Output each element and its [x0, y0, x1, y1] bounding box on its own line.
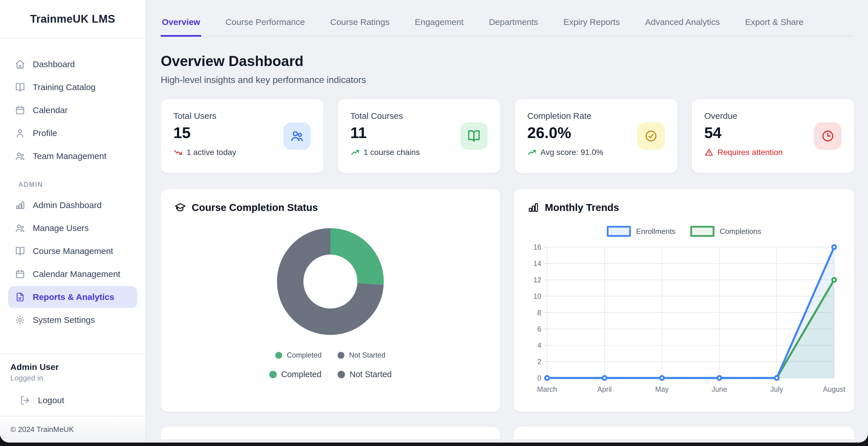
stat-label: Overdue — [704, 111, 842, 121]
donut-legend-secondary: Completed Not Started — [175, 370, 486, 379]
alert-triangle-icon — [704, 148, 714, 157]
trends-plot: 0246810121416MarchAprilMayJuneJulyAugust — [528, 242, 842, 395]
completions-swatch — [690, 226, 714, 237]
logout-icon — [20, 395, 30, 406]
clock-icon — [821, 129, 835, 143]
stat-icon-tile — [460, 122, 488, 150]
svg-text:May: May — [655, 385, 669, 393]
sidebar-item-calendar-management[interactable]: Calendar Management — [8, 263, 137, 285]
tab-expiry-reports[interactable]: Expiry Reports — [562, 11, 621, 36]
legend-label: Enrollments — [636, 227, 675, 236]
logout-button[interactable]: Logout — [0, 386, 145, 416]
legend-label: Completed — [281, 370, 321, 379]
sidebar-item-label: Dashboard — [33, 59, 75, 69]
stat-trend-text: 1 course chains — [364, 148, 420, 157]
sidebar: TrainmeUK LMS Dashboard Training Catalog… — [0, 0, 146, 443]
tab-export-share[interactable]: Export & Share — [744, 11, 805, 36]
trending-up-icon — [527, 148, 536, 157]
donut-legend: Completed Not Started — [175, 351, 486, 359]
stat-icon-tile — [637, 122, 665, 150]
stat-card-completion-rate: Completion Rate 26.0% Avg score: 91.0% — [515, 99, 677, 173]
screen-edge — [0, 443, 868, 446]
sidebar-item-profile[interactable]: Profile — [8, 122, 137, 144]
tab-bar: Overview Course Performance Course Ratin… — [161, 0, 854, 37]
stat-icon-tile — [814, 122, 842, 150]
sidebar-item-dashboard[interactable]: Dashboard — [8, 53, 137, 75]
sidebar-item-admin-dashboard[interactable]: Admin Dashboard — [8, 194, 137, 216]
stat-card-overdue: Overdue 54 Requires attention — [692, 99, 855, 173]
stat-label: Total Courses — [350, 111, 488, 121]
bar-chart-icon — [528, 202, 539, 213]
chart-title-row: Course Completion Status — [175, 202, 486, 213]
svg-text:10: 10 — [533, 292, 541, 300]
legend-item-completed[interactable]: Completed — [275, 351, 321, 359]
graduation-cap-icon — [175, 202, 186, 213]
trending-up-icon — [350, 148, 360, 157]
screen: TrainmeUK LMS Dashboard Training Catalog… — [0, 0, 868, 446]
stat-trend-text: 1 active today — [187, 148, 236, 157]
legend-label: Not Started — [350, 370, 392, 379]
chart-title-row: Monthly Trends — [528, 202, 840, 213]
chart-title: Course Completion Status — [192, 202, 318, 213]
logout-label: Logout — [38, 395, 64, 405]
legend-label: Completions — [720, 227, 761, 236]
calendar-icon — [15, 269, 25, 279]
tab-engagement[interactable]: Engagement — [414, 11, 465, 36]
tab-overview[interactable]: Overview — [161, 11, 201, 37]
home-icon — [15, 59, 25, 69]
sidebar-item-training-catalog[interactable]: Training Catalog — [8, 76, 137, 98]
stat-trend-text: Requires attention — [718, 148, 783, 157]
check-circle-icon — [644, 129, 658, 143]
sidebar-item-manage-users[interactable]: Manage Users — [8, 217, 137, 239]
stat-card-total-courses: Total Courses 11 1 course chains — [338, 99, 501, 173]
sidebar-item-label: Manage Users — [33, 223, 89, 233]
legend-label: Completed — [287, 351, 321, 359]
legend-item-not-started[interactable]: Not Started — [338, 351, 385, 359]
sidebar-item-label: Calendar Management — [33, 269, 120, 279]
sidebar-item-calendar[interactable]: Calendar — [8, 99, 137, 121]
svg-text:16: 16 — [533, 243, 541, 251]
sidebar-item-team-management[interactable]: Team Management — [8, 145, 137, 167]
svg-text:14: 14 — [533, 259, 541, 267]
sidebar-item-label: Admin Dashboard — [33, 200, 102, 210]
svg-text:6: 6 — [537, 325, 541, 333]
trending-down-icon — [174, 148, 183, 157]
sidebar-item-reports-analytics[interactable]: Reports & Analytics — [8, 286, 137, 308]
users-icon — [15, 151, 25, 161]
stats-row: Total Users 15 1 active today Total Cour… — [161, 99, 854, 173]
app-window: TrainmeUK LMS Dashboard Training Catalog… — [0, 0, 868, 443]
app-title: TrainmeUK LMS — [30, 13, 115, 25]
svg-text:4: 4 — [537, 341, 541, 349]
tab-course-performance[interactable]: Course Performance — [224, 11, 306, 36]
legend-item-enrollments[interactable]: Enrollments — [607, 226, 675, 237]
legend-item-completions[interactable]: Completions — [690, 226, 761, 237]
users-icon — [15, 223, 25, 233]
svg-text:12: 12 — [533, 276, 541, 284]
users-icon — [290, 129, 304, 143]
legend-item-not-started: Not Started — [338, 370, 392, 379]
not-started-swatch — [338, 371, 345, 378]
sidebar-item-label: Course Management — [33, 246, 113, 256]
sidebar-item-label: Team Management — [33, 151, 106, 161]
main-content: Overview Course Performance Course Ratin… — [146, 0, 868, 443]
book-open-icon — [15, 82, 25, 92]
tab-departments[interactable]: Departments — [488, 11, 539, 36]
sidebar-item-system-settings[interactable]: System Settings — [8, 309, 137, 331]
sidebar-item-label: Profile — [33, 128, 57, 138]
svg-text:April: April — [597, 385, 612, 393]
enrollments-swatch — [607, 226, 631, 237]
svg-text:2: 2 — [537, 358, 541, 365]
calendar-icon — [15, 105, 25, 116]
sidebar-item-course-management[interactable]: Course Management — [8, 240, 137, 262]
stat-trend-text: Avg score: 91.0% — [540, 148, 603, 157]
completed-swatch — [275, 352, 282, 359]
chart-title: Monthly Trends — [545, 202, 619, 213]
tab-advanced-analytics[interactable]: Advanced Analytics — [644, 11, 721, 36]
svg-text:July: July — [770, 385, 783, 393]
book-open-icon — [15, 246, 25, 256]
completion-donut — [277, 228, 384, 335]
sidebar-nav: Dashboard Training Catalog Calendar Prof… — [0, 38, 145, 332]
file-text-icon — [15, 292, 25, 302]
tab-course-ratings[interactable]: Course Ratings — [329, 11, 391, 36]
svg-text:June: June — [712, 385, 727, 393]
